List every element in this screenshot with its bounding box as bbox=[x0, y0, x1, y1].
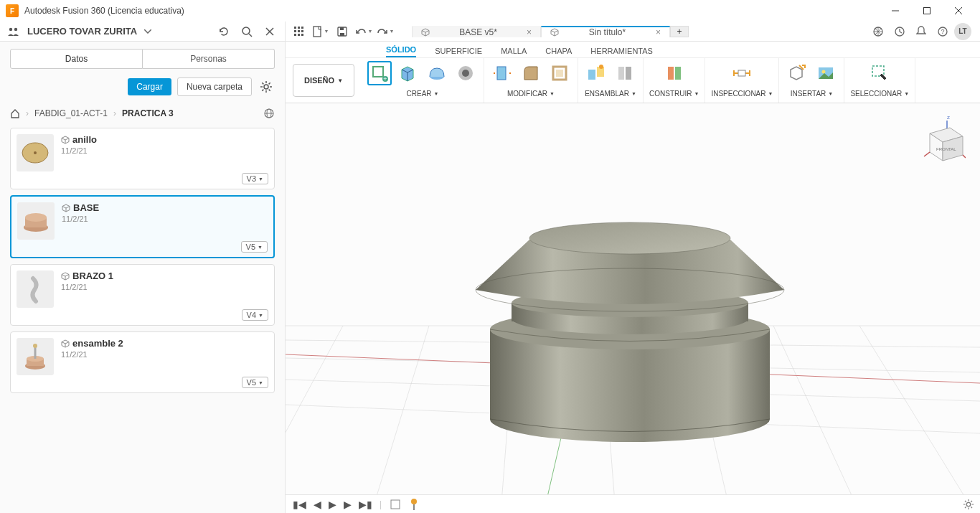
press-pull-tool[interactable] bbox=[490, 61, 514, 85]
svg-rect-13 bbox=[294, 30, 296, 32]
version-selector[interactable]: V5 ▼ bbox=[241, 241, 268, 253]
svg-rect-55 bbox=[668, 67, 674, 80]
file-item[interactable]: anillo11/2/21V3 ▼ bbox=[10, 128, 275, 189]
svg-rect-56 bbox=[675, 67, 681, 80]
svg-line-88 bbox=[924, 152, 930, 156]
hole-tool[interactable] bbox=[453, 61, 478, 85]
file-thumbnail bbox=[17, 338, 54, 375]
group-label-insert[interactable]: INSERTAR ▼ bbox=[791, 90, 834, 98]
svg-line-89 bbox=[963, 155, 966, 158]
file-menu-button[interactable]: ▼ bbox=[311, 23, 330, 40]
fillet-tool[interactable] bbox=[519, 61, 543, 85]
viewport-settings-button[interactable] bbox=[963, 499, 974, 510]
document-tab-1[interactable]: Sin título* × bbox=[541, 26, 670, 37]
grid-apps-button[interactable] bbox=[290, 23, 308, 40]
upload-button[interactable]: Cargar bbox=[128, 78, 171, 95]
jobs-button[interactable] bbox=[890, 23, 910, 40]
ribbon-tab-tools[interactable]: HERRAMIENTAS bbox=[590, 47, 653, 57]
svg-rect-41 bbox=[373, 67, 383, 77]
user-avatar[interactable]: LT bbox=[954, 23, 971, 40]
svg-point-4 bbox=[9, 27, 12, 30]
file-item[interactable]: BASE11/2/21V5 ▼ bbox=[10, 195, 275, 258]
file-thumbnail bbox=[17, 134, 54, 171]
select-tool[interactable] bbox=[867, 61, 892, 85]
breadcrumb-level2[interactable]: PRACTICA 3 bbox=[122, 108, 174, 118]
search-button[interactable] bbox=[239, 24, 255, 39]
ribbon-tab-surface[interactable]: SUPERFICIE bbox=[435, 47, 482, 57]
timeline-next-button[interactable]: ▶ bbox=[344, 499, 352, 510]
timeline-start-button[interactable]: ▮◀ bbox=[293, 499, 306, 510]
svg-point-35 bbox=[25, 213, 47, 222]
svg-line-75 bbox=[859, 326, 974, 512]
minimize-button[interactable] bbox=[880, 0, 911, 22]
project-name[interactable]: LUCERO TOVAR ZURITA bbox=[27, 26, 137, 37]
timeline-play-button[interactable]: ▶ bbox=[329, 499, 336, 510]
view-cube[interactable]: z FRONTAL bbox=[915, 112, 966, 165]
close-icon[interactable]: × bbox=[527, 27, 532, 37]
timeline-prev-button[interactable]: ◀ bbox=[314, 499, 321, 510]
timeline-end-button[interactable]: ▶▮ bbox=[359, 499, 372, 510]
version-selector[interactable]: V3 ▼ bbox=[242, 173, 268, 184]
group-label-assemble[interactable]: ENSAMBLAR ▼ bbox=[585, 90, 636, 98]
timeline-feature-icon[interactable] bbox=[389, 498, 402, 511]
version-selector[interactable]: V5 ▼ bbox=[242, 377, 268, 388]
document-tab-0[interactable]: BASE v5* × bbox=[412, 26, 541, 37]
joint-tool[interactable] bbox=[584, 61, 608, 85]
file-item[interactable]: ensamble 211/2/21V5 ▼ bbox=[10, 331, 275, 393]
group-label-select[interactable]: SELECCIONAR ▼ bbox=[850, 90, 909, 98]
group-label-modify[interactable]: MODIFICAR ▼ bbox=[507, 90, 555, 98]
cube-icon bbox=[421, 28, 430, 37]
close-icon[interactable]: × bbox=[656, 27, 661, 37]
notifications-button[interactable] bbox=[911, 23, 931, 40]
sketch-tool[interactable]: + bbox=[367, 61, 392, 85]
svg-point-6 bbox=[242, 27, 250, 34]
file-date: 11/2/21 bbox=[61, 146, 97, 155]
new-folder-button[interactable]: Nueva carpeta bbox=[177, 77, 252, 96]
svg-rect-16 bbox=[294, 34, 296, 36]
refresh-button[interactable] bbox=[216, 24, 232, 39]
cube-icon bbox=[61, 272, 70, 281]
globe-icon[interactable] bbox=[263, 108, 275, 119]
workspace-switcher[interactable]: DISEÑO ▼ bbox=[293, 64, 354, 97]
svg-rect-14 bbox=[298, 30, 300, 32]
document-tab-label: BASE v5* bbox=[434, 27, 522, 37]
save-button[interactable] bbox=[333, 23, 352, 40]
file-item[interactable]: BRAZO 111/2/21V4 ▼ bbox=[10, 264, 275, 326]
redo-button[interactable]: ▼ bbox=[376, 23, 395, 40]
tab-people[interactable]: Personas bbox=[143, 49, 275, 69]
group-label-construct[interactable]: CONSTRUIR ▼ bbox=[649, 90, 699, 98]
maximize-button[interactable] bbox=[911, 0, 943, 22]
ribbon-tab-mesh[interactable]: MALLA bbox=[501, 47, 527, 57]
group-label-inspect[interactable]: INSPECCIONAR ▼ bbox=[711, 90, 773, 98]
insert-decal-tool[interactable] bbox=[814, 61, 838, 85]
timeline-feature-pin-icon[interactable] bbox=[409, 498, 419, 511]
add-tab-button[interactable]: + bbox=[670, 26, 689, 37]
measure-tool[interactable] bbox=[730, 61, 754, 85]
extensions-button[interactable] bbox=[868, 23, 888, 40]
chevron-right-icon: › bbox=[26, 108, 29, 118]
as-built-joint-tool[interactable] bbox=[613, 61, 637, 85]
tab-data[interactable]: Datos bbox=[10, 49, 143, 69]
settings-button[interactable] bbox=[258, 78, 275, 95]
svg-rect-90 bbox=[391, 500, 400, 509]
project-dropdown-icon[interactable] bbox=[144, 29, 151, 34]
window-title: Autodesk Fusion 360 (Licencia educativa) bbox=[24, 6, 184, 16]
breadcrumb-level1[interactable]: FABDIG_01-ACT-1 bbox=[34, 108, 108, 118]
revolve-tool[interactable] bbox=[425, 61, 449, 85]
undo-button[interactable]: ▼ bbox=[354, 23, 373, 40]
shell-tool[interactable] bbox=[547, 61, 572, 85]
close-panel-button[interactable] bbox=[262, 24, 278, 39]
viewport[interactable]: z FRONTAL ▮◀ ◀ ▶ ▶ ▶▮ | bbox=[286, 103, 980, 513]
extrude-tool[interactable] bbox=[396, 61, 420, 85]
version-selector[interactable]: V4 ▼ bbox=[242, 309, 268, 321]
ribbon-tab-solid[interactable]: SÓLIDO bbox=[386, 45, 416, 57]
svg-rect-54 bbox=[626, 67, 631, 80]
home-icon[interactable] bbox=[10, 108, 20, 118]
ribbon-tab-sheet[interactable]: CHAPA bbox=[545, 47, 572, 57]
file-date: 11/2/21 bbox=[61, 350, 123, 359]
group-label-create[interactable]: CREAR ▼ bbox=[407, 90, 439, 98]
construct-plane-tool[interactable] bbox=[662, 61, 687, 85]
help-button[interactable]: ? bbox=[933, 23, 953, 40]
close-button[interactable] bbox=[943, 0, 974, 22]
insert-derive-tool[interactable] bbox=[785, 61, 809, 85]
